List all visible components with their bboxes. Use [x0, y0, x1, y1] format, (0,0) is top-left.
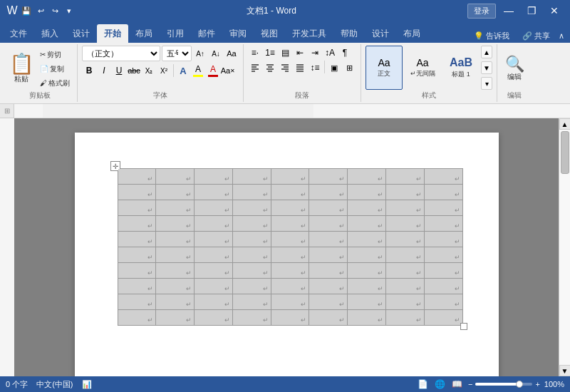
style-heading1[interactable]: AaB 标题 1: [442, 46, 480, 90]
table-cell[interactable]: ↵: [424, 247, 462, 263]
tab-mailings[interactable]: 邮件: [191, 24, 222, 43]
justify-button[interactable]: [293, 61, 307, 75]
tab-file[interactable]: 文件: [3, 24, 34, 43]
language-indicator[interactable]: 中文(中国): [36, 379, 73, 390]
table-cell[interactable]: ↵: [232, 185, 271, 200]
table-cell[interactable]: ↵: [232, 279, 271, 294]
change-case-button[interactable]: Aa: [224, 46, 239, 61]
table-resize-handle[interactable]: [460, 323, 467, 330]
table-cell[interactable]: ↵: [195, 310, 233, 326]
table-cell[interactable]: ↵: [271, 247, 309, 263]
align-right-button[interactable]: [278, 61, 292, 75]
table-cell[interactable]: ↵: [271, 232, 309, 247]
table-cell[interactable]: ↵: [385, 247, 424, 263]
read-mode-button[interactable]: 📖: [451, 378, 464, 391]
table-cell[interactable]: ↵: [156, 232, 195, 247]
table-cell[interactable]: ↵: [424, 169, 462, 185]
borders-button[interactable]: ⊞: [342, 61, 356, 75]
table-cell[interactable]: ↵: [385, 169, 424, 185]
style-normal[interactable]: Aa 正文: [366, 46, 403, 90]
table-cell[interactable]: ↵: [118, 247, 156, 263]
ruler-corner[interactable]: ⊞: [0, 104, 14, 118]
subscript-button[interactable]: X₂: [142, 63, 156, 78]
zoom-thumb[interactable]: [516, 381, 523, 388]
table-cell[interactable]: ↵: [195, 294, 233, 310]
table-cell[interactable]: ↵: [424, 185, 462, 200]
table-cell[interactable]: ↵: [348, 247, 386, 263]
table-cell[interactable]: ↵: [424, 279, 462, 294]
table-cell[interactable]: ↵: [156, 247, 195, 263]
redo-button[interactable]: ↪: [48, 4, 61, 17]
tab-help[interactable]: 帮助: [333, 24, 365, 43]
table-cell[interactable]: ↵: [118, 185, 156, 200]
table-cell[interactable]: ↵: [118, 294, 156, 310]
text-effect-button[interactable]: A: [176, 63, 190, 78]
print-layout-button[interactable]: 📄: [417, 378, 430, 391]
table-cell[interactable]: ↵: [348, 169, 386, 185]
table-cell[interactable]: ↵: [118, 263, 156, 279]
editing-button[interactable]: 🔍 编辑: [502, 47, 527, 91]
table-cell[interactable]: ↵: [348, 185, 386, 200]
table-cell[interactable]: ↵: [271, 169, 309, 185]
table-cell[interactable]: ↵: [309, 185, 348, 200]
table-cell[interactable]: ↵: [348, 263, 386, 279]
line-spacing-button[interactable]: ↕≡: [308, 61, 322, 75]
table-cell[interactable]: ↵: [271, 216, 309, 232]
table-cell[interactable]: ↵: [348, 232, 386, 247]
table-cell[interactable]: ↵: [385, 279, 424, 294]
table-cell[interactable]: ↵: [309, 169, 348, 185]
login-button[interactable]: 登录: [467, 4, 496, 19]
table-cell[interactable]: ↵: [348, 279, 386, 294]
table-cell[interactable]: ↵: [118, 169, 156, 185]
tab-layout[interactable]: 布局: [128, 24, 160, 43]
table-cell[interactable]: ↵: [156, 200, 195, 216]
table-cell[interactable]: ↵: [309, 294, 348, 310]
bullets-button[interactable]: ≡·: [248, 46, 262, 60]
table-cell[interactable]: ↵: [156, 263, 195, 279]
table-cell[interactable]: ↵: [156, 169, 195, 185]
save-button[interactable]: 💾: [20, 4, 33, 17]
increase-indent-button[interactable]: ⇥: [308, 46, 322, 60]
style-no-spacing[interactable]: Aa ↵无间隔: [404, 46, 441, 90]
zoom-track[interactable]: [475, 383, 532, 386]
table-cell[interactable]: ↵: [195, 169, 233, 185]
table-cell[interactable]: ↵: [424, 294, 462, 310]
grow-font-button[interactable]: A↑: [193, 46, 207, 61]
table-cell[interactable]: ↵: [385, 216, 424, 232]
clear-format-button[interactable]: Aa ✕: [221, 63, 235, 78]
table-cell[interactable]: ↵: [118, 216, 156, 232]
styles-scroll-down[interactable]: ▼: [481, 61, 492, 74]
table-cell[interactable]: ↵: [348, 216, 386, 232]
table-cell[interactable]: ↵: [385, 263, 424, 279]
restore-button[interactable]: ❐: [522, 4, 542, 18]
table-cell[interactable]: ↵: [156, 279, 195, 294]
zoom-out-button[interactable]: −: [468, 380, 472, 388]
close-button[interactable]: ✕: [544, 4, 564, 18]
table-cell[interactable]: ↵: [309, 216, 348, 232]
table-cell[interactable]: ↵: [271, 310, 309, 326]
multilevel-button[interactable]: ▤: [278, 46, 292, 60]
table-cell[interactable]: ↵: [309, 200, 348, 216]
tab-design[interactable]: 设计: [66, 24, 97, 43]
table-cell[interactable]: ↵: [232, 169, 271, 185]
tab-developer[interactable]: 开发工具: [285, 24, 333, 43]
table-cell[interactable]: ↵: [156, 294, 195, 310]
table-cell[interactable]: ↵: [156, 216, 195, 232]
table-cell[interactable]: ↵: [309, 232, 348, 247]
paste-button[interactable]: 📋 粘贴: [7, 47, 36, 91]
align-left-button[interactable]: [248, 61, 262, 75]
table-cell[interactable]: ↵: [195, 216, 233, 232]
table-cell[interactable]: ↵: [309, 247, 348, 263]
tab-insert[interactable]: 插入: [34, 24, 66, 43]
table-cell[interactable]: ↵: [195, 200, 233, 216]
table-cell[interactable]: ↵: [385, 232, 424, 247]
web-layout-button[interactable]: 🌐: [434, 378, 447, 391]
table-cell[interactable]: ↵: [195, 279, 233, 294]
highlight-color-button[interactable]: A: [191, 63, 205, 78]
table-cell[interactable]: ↵: [424, 310, 462, 326]
table-cell[interactable]: ↵: [232, 232, 271, 247]
table-cell[interactable]: ↵: [195, 247, 233, 263]
tab-view[interactable]: 视图: [254, 24, 285, 43]
table-cell[interactable]: ↵: [232, 310, 271, 326]
decrease-indent-button[interactable]: ⇤: [293, 46, 307, 60]
